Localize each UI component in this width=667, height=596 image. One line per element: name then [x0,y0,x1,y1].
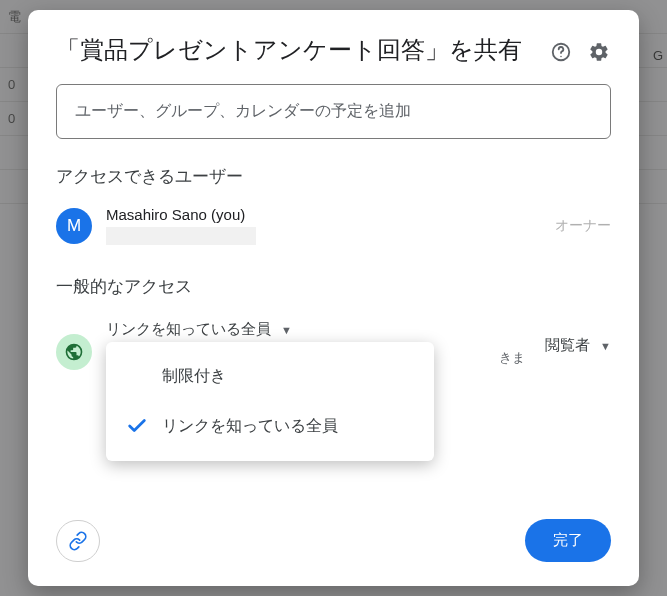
check-icon [126,415,162,437]
menu-item-anyone-link[interactable]: リンクを知っている全員 [106,401,434,451]
menu-item-label: リンクを知っている全員 [162,416,338,437]
dialog-header: 「賞品プレゼントアンケート回答」を共有 [56,34,611,66]
access-level-label: リンクを知っている全員 [106,320,271,339]
access-level-dropdown[interactable]: リンクを知っている全員 ▼ [106,316,545,343]
chevron-down-icon: ▼ [281,324,292,336]
copy-link-button[interactable] [56,520,100,562]
person-row: M Masahiro Sano (you) オーナー [56,206,611,245]
dialog-title: 「賞品プレゼントアンケート回答」を共有 [56,34,549,66]
avatar: M [56,208,92,244]
role-label: 閲覧者 [545,336,590,355]
header-icons [549,34,611,64]
general-access-title: 一般的なアクセス [56,275,611,298]
chevron-down-icon: ▼ [600,340,611,352]
person-name: Masahiro Sano (you) [106,206,555,223]
access-main: リンクを知っている全員 ▼ きま 制限付き リンクを知っている全員 [106,316,545,367]
general-access-row: リンクを知っている全員 ▼ きま 制限付き リンクを知っている全員 [56,316,611,370]
access-level-menu: 制限付き リンクを知っている全員 [106,342,434,461]
access-users-title: アクセスできるユーザー [56,165,611,188]
help-icon[interactable] [549,40,573,64]
role-dropdown[interactable]: 閲覧者 ▼ [545,336,611,355]
menu-item-label: 制限付き [162,366,226,387]
person-info: Masahiro Sano (you) [106,206,555,245]
owner-label: オーナー [555,217,611,235]
svg-point-1 [560,56,561,57]
dialog-footer: 完了 [56,499,611,562]
gear-icon[interactable] [587,40,611,64]
add-people-input[interactable]: ユーザー、グループ、カレンダーの予定を追加 [56,84,611,139]
done-button[interactable]: 完了 [525,519,611,562]
globe-icon [56,334,92,370]
menu-item-restricted[interactable]: 制限付き [106,352,434,401]
person-email-redacted [106,227,256,245]
share-dialog: 「賞品プレゼントアンケート回答」を共有 ユーザー、グループ、カレンダーの予定を追… [28,10,639,586]
